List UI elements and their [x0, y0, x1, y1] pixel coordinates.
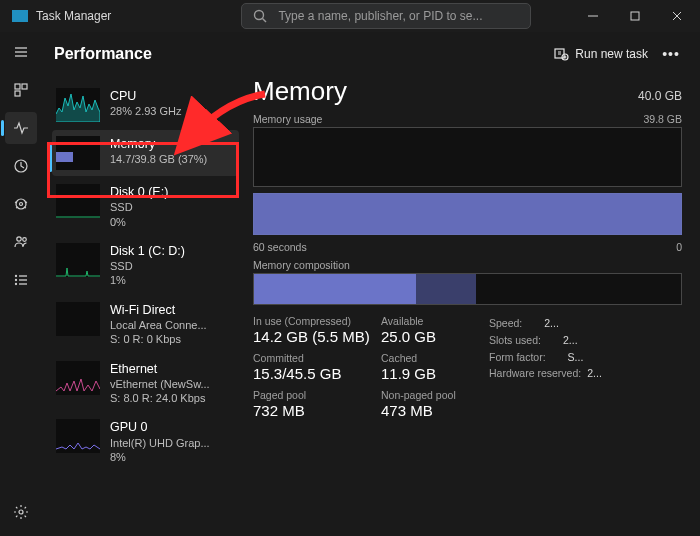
sidebar-item-disk1[interactable]: Disk 1 (C: D:) SSD 1% — [52, 237, 239, 294]
memory-thumb — [56, 136, 100, 170]
sidebar-item-label: Ethernet — [110, 361, 210, 377]
speed-value: 2... — [544, 317, 559, 329]
memory-stats: In use (Compressed) 14.2 GB (5.5 MB) Com… — [253, 315, 682, 419]
nav-performance-icon[interactable] — [5, 112, 37, 144]
timeline-right: 0 — [676, 241, 682, 253]
wifi-thumb — [56, 302, 100, 336]
disk1-thumb — [56, 243, 100, 277]
memory-usage-current-chart — [253, 193, 682, 235]
usage-label: Memory usage — [253, 113, 322, 125]
timeline-left: 60 seconds — [253, 241, 307, 253]
form-value: S... — [568, 351, 584, 363]
memory-detail-panel: Memory 40.0 GB Memory usage 39.8 GB 60 s… — [245, 76, 700, 536]
close-button[interactable] — [656, 0, 698, 32]
svg-rect-3 — [631, 12, 639, 20]
nav-history-icon[interactable] — [5, 150, 37, 182]
nav-users-icon[interactable] — [5, 226, 37, 258]
hamburger-icon[interactable] — [5, 36, 37, 68]
svg-point-25 — [19, 510, 23, 514]
titlebar: Task Manager Type a name, publisher, or … — [0, 0, 700, 32]
detail-title: Memory — [253, 76, 347, 107]
sidebar-item-label: Wi-Fi Direct — [110, 302, 207, 318]
nav-settings-icon[interactable] — [5, 496, 37, 528]
svg-rect-12 — [22, 84, 27, 89]
in-use-value: 14.2 GB (5.5 MB) — [253, 328, 381, 345]
usage-max: 39.8 GB — [643, 113, 682, 125]
run-task-icon — [553, 46, 569, 62]
disk0-thumb — [56, 184, 100, 218]
sidebar-item-cpu[interactable]: CPU 28% 2.93 GHz — [52, 82, 239, 128]
run-task-label: Run new task — [575, 47, 648, 61]
svg-point-23 — [16, 284, 17, 285]
svg-rect-11 — [15, 84, 20, 89]
composition-label: Memory composition — [253, 259, 350, 271]
cached-value: 11.9 GB — [381, 365, 481, 382]
cpu-thumb — [56, 88, 100, 122]
paged-value: 732 MB — [253, 402, 381, 419]
nav-processes-icon[interactable] — [5, 74, 37, 106]
sidebar-item-label: Memory — [110, 136, 207, 152]
memory-capacity: 40.0 GB — [638, 89, 682, 103]
perf-sidebar: CPU 28% 2.93 GHz Memory 14.7/39.8 GB (37… — [42, 76, 245, 536]
page-header: Performance Run new task ••• — [0, 32, 700, 76]
app-icon — [12, 10, 28, 22]
svg-point-19 — [16, 276, 17, 277]
sidebar-item-wifi[interactable]: Wi-Fi Direct Local Area Conne... S: 0 R:… — [52, 296, 239, 353]
ethernet-thumb — [56, 361, 100, 395]
search-input[interactable]: Type a name, publisher, or PID to se... — [241, 3, 531, 29]
memory-composition-chart — [253, 273, 682, 305]
hw-reserved-value: 2... — [587, 367, 602, 379]
search-placeholder: Type a name, publisher, or PID to se... — [278, 9, 482, 23]
svg-point-21 — [16, 280, 17, 281]
sidebar-item-label: Disk 0 (E:) — [110, 184, 168, 200]
svg-point-0 — [255, 11, 264, 20]
sidebar-item-gpu0[interactable]: GPU 0 Intel(R) UHD Grap... 8% — [52, 413, 239, 470]
sidebar-item-ethernet[interactable]: Ethernet vEthernet (NewSw... S: 8.0 R: 2… — [52, 355, 239, 412]
minimize-button[interactable] — [572, 0, 614, 32]
nav-rail — [0, 32, 42, 536]
page-title: Performance — [54, 45, 152, 63]
nav-startup-icon[interactable] — [5, 188, 37, 220]
run-new-task-button[interactable]: Run new task — [545, 42, 656, 66]
maximize-button[interactable] — [614, 0, 656, 32]
content-area: CPU 28% 2.93 GHz Memory 14.7/39.8 GB (37… — [42, 76, 700, 536]
more-options-button[interactable]: ••• — [656, 46, 686, 62]
nav-details-icon[interactable] — [5, 264, 37, 296]
sidebar-item-memory[interactable]: Memory 14.7/39.8 GB (37%) — [52, 130, 239, 176]
app-title: Task Manager — [36, 9, 111, 23]
svg-point-16 — [20, 203, 23, 206]
available-value: 25.0 GB — [381, 328, 481, 345]
sidebar-item-label: CPU — [110, 88, 182, 104]
nonpaged-value: 473 MB — [381, 402, 481, 419]
sidebar-item-label: Disk 1 (C: D:) — [110, 243, 185, 259]
svg-line-1 — [263, 19, 267, 23]
slots-value: 2... — [563, 334, 578, 346]
svg-point-18 — [23, 238, 27, 242]
window-controls — [572, 0, 698, 32]
svg-point-17 — [17, 237, 21, 241]
search-icon — [252, 8, 268, 24]
gpu-thumb — [56, 419, 100, 453]
sidebar-item-label: GPU 0 — [110, 419, 210, 435]
svg-rect-13 — [15, 91, 20, 96]
memory-usage-history-chart — [253, 127, 682, 187]
committed-value: 15.3/45.5 GB — [253, 365, 381, 382]
sidebar-item-disk0[interactable]: Disk 0 (E:) SSD 0% — [52, 178, 239, 235]
